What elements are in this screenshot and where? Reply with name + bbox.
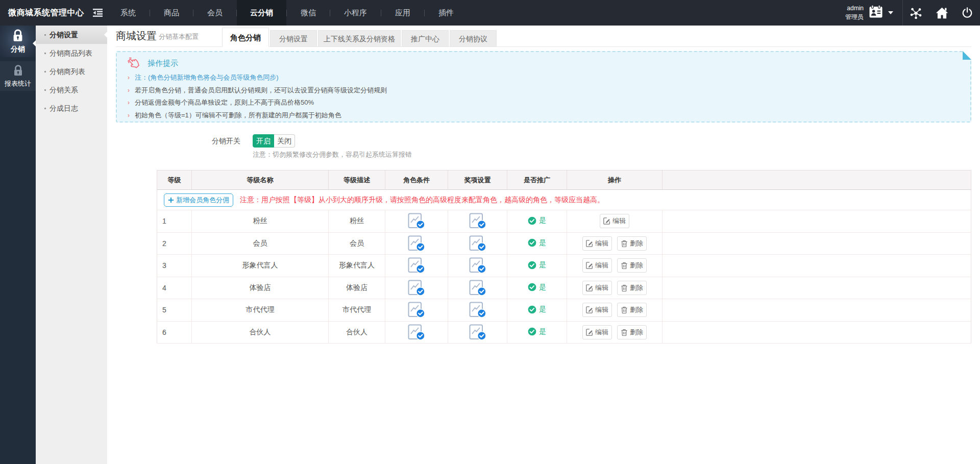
col-header-level: 等级 <box>157 170 192 190</box>
tips-list: 注：(角色分销新增角色将会与会员等级角色同步) 若开启角色分销，普通会员启用默认… <box>127 71 960 121</box>
collapse-menu-icon[interactable] <box>93 9 103 17</box>
edit-button[interactable]: 编辑 <box>582 325 612 339</box>
sidebar-module-distribution[interactable]: 分销 <box>0 26 36 57</box>
role-condition-edit-icon[interactable] <box>408 280 425 296</box>
cell-level-name: 形象代言人 <box>192 255 329 277</box>
award-setting-edit-icon[interactable] <box>469 257 486 274</box>
delete-button[interactable]: 删除 <box>617 325 647 339</box>
cell-filler <box>663 255 971 277</box>
delete-button[interactable]: 删除 <box>617 258 647 273</box>
switch-off-button[interactable]: 关闭 <box>274 134 295 148</box>
tab-distribution-agreement[interactable]: 分销协议 <box>450 30 497 47</box>
cell-level-desc: 会员 <box>329 232 385 255</box>
profile-card-icon[interactable] <box>869 5 883 21</box>
role-condition-edit-icon[interactable] <box>408 213 425 229</box>
sidebar-module-label: 分销 <box>11 45 25 54</box>
table-row: 2 会员 会员 是 <box>157 232 971 255</box>
edit-button[interactable]: 编辑 <box>582 303 612 317</box>
table-row: 1 粉丝 粉丝 是 <box>157 210 971 233</box>
nav-item-plugins[interactable]: 插件 <box>425 0 468 26</box>
home-icon[interactable] <box>936 7 948 19</box>
col-header-filler <box>663 170 971 190</box>
award-setting-edit-icon[interactable] <box>469 280 486 296</box>
cell-actions: 编辑 删除 <box>567 299 663 322</box>
delete-button[interactable]: 删除 <box>617 236 647 251</box>
edit-button[interactable]: 编辑 <box>582 236 612 251</box>
role-condition-edit-icon[interactable] <box>408 235 425 252</box>
cell-level-name: 体验店 <box>192 277 329 299</box>
cell-level-desc: 合伙人 <box>329 321 385 344</box>
add-role-button-label: 新增会员角色分佣 <box>176 196 229 205</box>
nav-item-apps[interactable]: 应用 <box>381 0 424 26</box>
share-network-icon[interactable] <box>910 7 922 19</box>
submenu-item-distribution-settings[interactable]: 分销设置 <box>36 26 107 44</box>
sidebar-module-reports[interactable]: 报表统计 <box>0 61 36 91</box>
tip-line: 注：(角色分销新增角色将会与会员等级角色同步) <box>127 71 960 84</box>
submenu-item-distribution-relation[interactable]: 分销关系 <box>36 81 107 99</box>
delete-button[interactable]: 删除 <box>617 303 647 317</box>
role-condition-edit-icon[interactable] <box>408 257 425 274</box>
tab-distribution-settings[interactable]: 分销设置 <box>270 30 317 47</box>
cell-award-setting <box>448 210 507 233</box>
cell-level: 2 <box>157 232 192 255</box>
nav-item-goods[interactable]: 商品 <box>150 0 193 26</box>
user-info[interactable]: admin 管理员 <box>845 4 864 21</box>
cell-level-desc: 粉丝 <box>329 210 385 233</box>
edit-pencil-icon <box>603 217 610 225</box>
edit-pencil-icon <box>586 262 593 269</box>
edit-button-label: 编辑 <box>595 239 608 248</box>
cell-promote: 是 <box>507 255 567 277</box>
switch-on-button[interactable]: 开启 <box>253 134 274 148</box>
delete-button-label: 删除 <box>630 328 643 337</box>
add-role-button[interactable]: 新增会员角色分佣 <box>164 193 233 207</box>
cell-promote: 是 <box>507 210 567 233</box>
trash-icon <box>621 240 628 247</box>
nav-item-distribution[interactable]: 云分销 <box>237 0 286 26</box>
tab-promotion-center[interactable]: 推广中心 <box>402 30 449 47</box>
tab-bar: 角色分销 分销设置 上下线关系及分销资格 推广中心 分销协议 <box>222 28 498 47</box>
edit-button[interactable]: 编辑 <box>582 281 612 295</box>
topbar-divider <box>902 0 903 26</box>
check-circle-icon <box>528 216 536 225</box>
nav-item-system[interactable]: 系统 <box>107 0 150 26</box>
main-content: 商城设置 分销基本配置 角色分销 分销设置 上下线关系及分销资格 推广中心 分销… <box>107 26 980 464</box>
trash-icon <box>621 329 628 336</box>
nav-item-wechat[interactable]: 微信 <box>287 0 330 26</box>
cell-actions: 编辑 删除 <box>567 232 663 255</box>
power-logout-icon[interactable] <box>962 7 973 18</box>
submenu-item-distribution-goods[interactable]: 分销商品列表 <box>36 44 107 62</box>
role-condition-edit-icon[interactable] <box>408 324 425 340</box>
award-setting-edit-icon[interactable] <box>469 235 486 252</box>
award-setting-edit-icon[interactable] <box>469 324 486 340</box>
page-header: 商城设置 分销基本配置 角色分销 分销设置 上下线关系及分销资格 推广中心 分销… <box>116 26 971 47</box>
tab-role-distribution[interactable]: 角色分销 <box>222 28 269 47</box>
submenu-item-commission-log[interactable]: 分成日志 <box>36 99 107 117</box>
tip-line: 若开启角色分销，普通会员启用默认分销规则，还可以去设置分销商等级设定分销规则 <box>127 84 960 97</box>
bullet-dot-icon <box>44 34 46 36</box>
promote-value: 是 <box>539 216 546 225</box>
promote-value: 是 <box>539 283 546 292</box>
nav-item-miniprogram[interactable]: 小程序 <box>330 0 381 26</box>
edit-button[interactable]: 编辑 <box>582 258 612 273</box>
trash-icon <box>621 284 628 291</box>
cell-filler <box>663 299 971 322</box>
award-setting-edit-icon[interactable] <box>469 213 486 229</box>
edit-button[interactable]: 编辑 <box>600 214 629 228</box>
role-condition-edit-icon[interactable] <box>408 302 425 318</box>
distribution-switch-row: 分销开关 开启 关闭 <box>116 134 971 148</box>
cell-filler <box>663 321 971 344</box>
promote-value: 是 <box>539 260 546 270</box>
nav-item-member[interactable]: 会员 <box>193 0 236 26</box>
cell-filler <box>663 277 971 299</box>
col-header-promote: 是否推广 <box>507 170 567 190</box>
chevron-down-icon[interactable] <box>888 11 893 14</box>
tab-upline-relation[interactable]: 上下线关系及分销资格 <box>318 30 401 47</box>
col-header-level-desc: 等级描述 <box>329 170 385 190</box>
cell-level-desc: 体验店 <box>329 277 385 299</box>
award-setting-edit-icon[interactable] <box>469 302 486 318</box>
cell-level-name: 会员 <box>192 232 329 255</box>
delete-button[interactable]: 删除 <box>617 281 647 295</box>
submenu-item-distributor-list[interactable]: 分销商列表 <box>36 62 107 81</box>
cell-role-condition <box>385 321 448 344</box>
cell-actions: 编辑 <box>567 210 663 233</box>
